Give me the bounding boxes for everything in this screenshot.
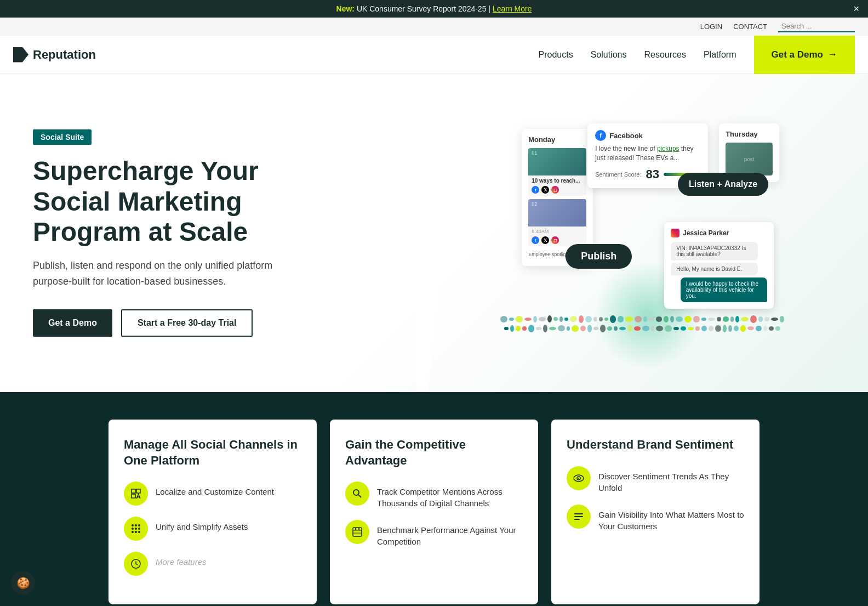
jessica-message-1: VIN: IN4AL3AP4DC20332 Is this still avai… <box>671 242 757 260</box>
thursday-label: Thursday <box>726 130 773 138</box>
learn-more-link[interactable]: Learn More <box>493 4 532 13</box>
facebook-card-header: f Facebook <box>595 130 700 141</box>
svg-point-1 <box>132 524 134 526</box>
twitter-social-dot-2: 𝕏 <box>541 236 549 244</box>
feature-icon-third <box>124 552 148 576</box>
sentiment-label: Sentiment Score: <box>595 171 641 178</box>
svg-point-7 <box>138 528 140 530</box>
cal-post-meta-1: 10 ways to reach... f 𝕏 ◻ <box>528 175 586 196</box>
feature-icon-localize <box>124 482 148 506</box>
jessica-message-2: Hello, My name is David E. <box>671 263 757 275</box>
post-time-2: 8:40AM <box>532 229 583 234</box>
hero-title: Supercharge Your Social Marketing Progra… <box>33 156 340 247</box>
jessica-chat-header: Jessica Parker <box>671 229 767 237</box>
feature-text-3-1: Discover Sentiment Trends As They Unfold <box>598 466 744 494</box>
twitter-social-dot: 𝕏 <box>541 186 549 194</box>
svg-point-4 <box>138 531 140 533</box>
nav-products[interactable]: Products <box>538 50 573 59</box>
instagram-social-dot: ◻ <box>551 186 559 194</box>
cal-post-1: 01 10 ways to reach... f 𝕏 ◻ <box>528 148 586 196</box>
social-icons-row-2: f 𝕏 ◻ <box>532 236 583 244</box>
feature-icon-unify <box>124 517 148 541</box>
post-title-1: 10 ways to reach... <box>532 178 583 184</box>
hero-section: Social Suite Supercharge Your Social Mar… <box>0 74 868 392</box>
close-announcement-button[interactable]: × <box>853 3 859 15</box>
dots-decoration: // Generate colored dots inline const co… <box>500 315 785 332</box>
feature-card-2: Gain the Competitive Advantage Track Com… <box>330 420 538 604</box>
instagram-icon <box>671 229 679 237</box>
feature-item-1-3: More features <box>124 552 301 576</box>
svg-point-2 <box>138 524 140 526</box>
features-section: Manage All Social Channels in One Platfo… <box>0 392 868 606</box>
cal-post-2: 02 8:40AM f 𝕏 ◻ <box>528 199 586 246</box>
feature-card-1: Manage All Social Channels in One Platfo… <box>108 420 317 604</box>
feature-text-2-1: Track Competitor Mentions Across Thousan… <box>377 482 523 509</box>
hero-bg-shape <box>416 74 472 392</box>
cookie-consent-button[interactable]: 🍪 <box>11 571 35 595</box>
logo-text: Reputation <box>33 48 96 62</box>
cal-post-meta-2: 8:40AM f 𝕏 ◻ <box>528 226 586 246</box>
get-demo-hero-button[interactable]: Get a Demo <box>33 309 112 337</box>
svg-point-15 <box>358 528 360 530</box>
login-link[interactable]: LOGIN <box>700 22 722 31</box>
facebook-platform-icon: f <box>595 130 606 141</box>
contact-link[interactable]: CONTACT <box>733 22 767 31</box>
svg-rect-20 <box>574 516 583 517</box>
feature-item-1-1: Localize and Customize Content <box>124 482 301 506</box>
feature-item-2-2: Benchmark Performance Against Your Compe… <box>345 520 523 547</box>
sentiment-score: 83 <box>646 167 659 182</box>
feature-icon-gain-visibility <box>567 505 591 529</box>
svg-point-6 <box>132 528 134 530</box>
svg-point-14 <box>355 528 357 530</box>
facebook-platform-name: Facebook <box>609 132 643 140</box>
social-suite-badge: Social Suite <box>33 129 92 145</box>
hero-subtitle: Publish, listen and respond on the only … <box>33 258 296 290</box>
svg-point-10 <box>353 490 359 495</box>
feature-text-2-2: Benchmark Performance Against Your Compe… <box>377 520 523 547</box>
feature-card-2-title: Gain the Competitive Advantage <box>345 437 523 468</box>
hero-illustration: Monday 01 10 ways to reach... f 𝕏 ◻ <box>416 74 868 392</box>
feature-card-1-title: Manage All Social Channels in One Platfo… <box>124 437 301 468</box>
main-nav: Reputation Products Solutions Resources … <box>0 36 868 74</box>
feature-item-2-1: Track Competitor Mentions Across Thousan… <box>345 482 523 509</box>
feature-card-3: Understand Brand Sentiment Discover Sent… <box>551 420 760 604</box>
social-icons-row-1: f 𝕏 ◻ <box>532 186 583 194</box>
illustration-container: Monday 01 10 ways to reach... f 𝕏 ◻ <box>500 118 785 348</box>
feature-item-1-2: Unify and Simplify Assets <box>124 517 301 541</box>
agent-message: I would be happy to check the availabili… <box>681 277 767 302</box>
feature-card-3-title: Understand Brand Sentiment <box>567 437 744 453</box>
announcement-message: UK Consumer Survey Report 2024-25 | <box>357 4 493 13</box>
monday-label: Monday <box>528 135 586 144</box>
announcement-bar: New: UK Consumer Survey Report 2024-25 |… <box>0 0 868 18</box>
cookie-icon: 🍪 <box>16 576 30 590</box>
logo-icon <box>13 47 28 63</box>
get-demo-nav-label: Get a Demo <box>772 49 823 60</box>
publish-bubble: Publish <box>566 244 632 269</box>
logo-link[interactable]: Reputation <box>13 47 96 63</box>
get-demo-nav-button[interactable]: Get a Demo → <box>754 36 855 74</box>
svg-point-0 <box>135 528 137 530</box>
fb-highlight: pickups <box>657 145 679 152</box>
trial-hero-button[interactable]: Start a Free 30-day Trial <box>121 309 253 337</box>
search-input[interactable] <box>778 21 855 32</box>
nav-solutions[interactable]: Solutions <box>591 50 627 59</box>
svg-point-18 <box>578 478 579 479</box>
jessica-name: Jessica Parker <box>683 229 729 237</box>
nav-links: Products Solutions Resources Platform <box>538 50 736 60</box>
cal-post-image-1: 01 <box>528 148 586 175</box>
feature-text-1-2: Unify and Simplify Assets <box>156 517 248 533</box>
svg-point-3 <box>132 531 134 533</box>
svg-rect-11 <box>353 528 362 536</box>
new-label: New: <box>336 4 355 13</box>
hero-content: Social Suite Supercharge Your Social Mar… <box>33 129 340 336</box>
feature-icon-benchmark <box>345 520 369 544</box>
facebook-social-dot-2: f <box>532 236 539 244</box>
svg-rect-19 <box>574 513 583 514</box>
jessica-chat-card: Jessica Parker VIN: IN4AL3AP4DC20332 Is … <box>664 222 774 309</box>
feature-item-3-2: Gain Visibility Into What Matters Most t… <box>567 505 744 532</box>
nav-platform[interactable]: Platform <box>704 50 736 59</box>
feature-text-3-2: Gain Visibility Into What Matters Most t… <box>598 505 744 532</box>
cal-post-image-2: 02 <box>528 199 586 226</box>
instagram-social-dot-2: ◻ <box>551 236 559 244</box>
nav-resources[interactable]: Resources <box>644 50 686 59</box>
